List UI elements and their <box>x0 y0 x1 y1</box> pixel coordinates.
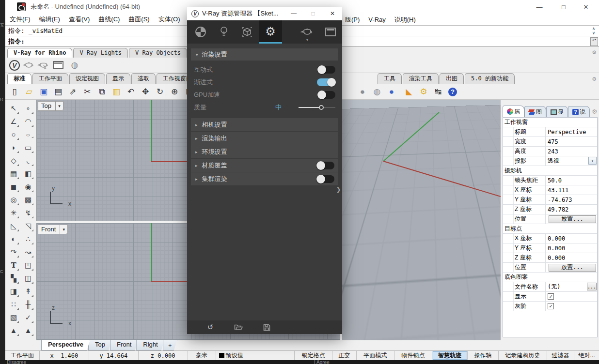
explode-tool[interactable]: ✳ <box>8 207 19 219</box>
status-record-history[interactable]: 记录建构历史 <box>499 351 547 360</box>
tab-vray-lights[interactable]: V-Ray Lights <box>73 48 128 58</box>
add-viewport-tab-button[interactable]: + <box>163 340 177 350</box>
command-scroll-up-icon[interactable]: ∧∨ <box>590 27 597 35</box>
curve-tool[interactable]: ◠ <box>22 116 34 127</box>
viewport-tab-front[interactable]: Front <box>110 340 138 350</box>
extrude-tool[interactable]: ↟ <box>22 286 34 297</box>
materials-nav-icon[interactable] <box>189 20 212 44</box>
status-units[interactable]: 毫米 <box>188 351 216 360</box>
tab-set-view[interactable]: 设定视图 <box>69 73 105 84</box>
status-filter[interactable]: 过滤器 <box>547 351 574 360</box>
arc-tool[interactable]: ◗ <box>8 142 19 153</box>
print-icon[interactable]: ▤ <box>52 86 64 98</box>
camera-settings-section[interactable]: ▸ 相机设置 <box>191 118 338 131</box>
text-tool[interactable]: T <box>8 259 19 271</box>
menu-file[interactable]: 文件(F) <box>5 15 35 24</box>
status-planar[interactable]: 平面模式 <box>357 351 394 360</box>
expand-panel-chevron-icon[interactable]: ❯ <box>336 186 341 193</box>
render-output-section[interactable]: ▸ 渲染输出 <box>191 132 338 145</box>
render-nav-icon[interactable]: ▾ <box>296 20 319 44</box>
point-tool[interactable]: ∘ <box>22 103 34 114</box>
place-camera-button[interactable]: 放置... <box>549 215 596 223</box>
tab-render-tools[interactable]: 渲染工具 <box>403 73 439 84</box>
status-cplane[interactable]: 工作平面 <box>5 351 40 360</box>
swarm-render-section[interactable]: ▸ 集群渲染 <box>191 172 338 185</box>
help-icon[interactable]: ? <box>446 86 459 98</box>
tab-cplane[interactable]: 工作平面 <box>32 73 68 84</box>
maximize-button[interactable]: □ <box>552 0 575 14</box>
property-value[interactable]: -74.673 <box>546 195 597 204</box>
revert-settings-icon[interactable]: ↺ <box>205 323 215 332</box>
zoom-icon[interactable]: ⊕ <box>168 86 181 98</box>
dialog-minimize-button[interactable]: — <box>284 7 303 20</box>
show-checkbox[interactable]: ✓ <box>548 293 554 300</box>
circle-tool[interactable]: ○ <box>8 129 19 140</box>
tab-vray-objects[interactable]: V-Ray Objects <box>129 48 187 58</box>
surface-tool[interactable]: ▦ <box>8 168 19 180</box>
polyline-tool[interactable]: ∠ <box>8 116 19 127</box>
vray-logo-icon[interactable]: V <box>8 59 21 72</box>
dialog-close-button[interactable]: ✕ <box>323 7 342 20</box>
box-tool[interactable]: ◼ <box>8 181 19 193</box>
dimension-tool[interactable]: ╫ <box>22 299 34 310</box>
viewport-menu-arrow-icon[interactable]: ▾ <box>60 225 67 234</box>
save-file-icon[interactable]: ▣ <box>37 86 50 98</box>
menu-help[interactable]: 说明(H) <box>390 15 420 24</box>
tab-vray-for-rhino[interactable]: V-Ray for Rhino <box>7 48 72 58</box>
grayscale-checkbox[interactable]: ✓ <box>548 303 554 309</box>
mesh-tool[interactable]: ▩ <box>22 194 34 206</box>
tab-drafting[interactable]: 出图 <box>440 73 464 84</box>
toolbar-gear-icon[interactable]: ⚙ <box>592 48 596 56</box>
save-settings-icon[interactable] <box>262 324 271 331</box>
settings-nav-icon[interactable]: ⚙ <box>259 20 282 44</box>
render-settings-header[interactable]: ▾ 渲染设置 <box>191 48 338 61</box>
surface-patch-tool[interactable]: ◧ <box>22 168 34 180</box>
panel-gear-icon[interactable]: ⚙ <box>592 108 598 115</box>
status-absolute[interactable]: 绝对... <box>574 351 599 360</box>
dialog-maximize-button[interactable]: □ <box>303 7 323 20</box>
status-layer[interactable]: 预设值 <box>216 351 295 360</box>
gpu-toggle[interactable] <box>317 91 335 99</box>
environment-section[interactable]: ▸ 环境设置 <box>191 145 338 158</box>
viewport-perspective[interactable] <box>342 100 501 340</box>
material-override-toggle[interactable] <box>316 162 334 169</box>
slider-knob[interactable] <box>319 105 324 110</box>
swarm-render-toggle[interactable] <box>316 175 334 183</box>
dimension-icon[interactable]: ↹ <box>432 86 444 98</box>
tab-select[interactable]: 选取 <box>131 73 156 84</box>
viewport-top-label[interactable]: Top▾ <box>38 101 63 111</box>
new-file-icon[interactable]: ▯ <box>8 86 21 98</box>
shaded-view-icon[interactable]: ● <box>356 86 369 98</box>
property-value[interactable]: 43.111 <box>546 185 597 195</box>
uvn-move-tool[interactable]: ◳ <box>22 259 34 271</box>
viewport-front-label[interactable]: Front▾ <box>38 225 68 234</box>
tab-layers[interactable]: 图 <box>524 106 546 117</box>
property-value[interactable]: 0.000 <box>546 253 597 262</box>
menu-panels[interactable]: 版(P) <box>341 15 364 24</box>
status-gumball[interactable]: 操作轴 <box>468 351 499 360</box>
contour-tool[interactable]: ▧ <box>8 312 19 323</box>
ghosted-view-icon[interactable]: ◍ <box>371 86 383 98</box>
viewport-tab-perspective[interactable]: Perspective <box>41 340 90 350</box>
interactive-toggle[interactable] <box>317 66 335 74</box>
export-doc-icon[interactable]: ⇗ <box>66 86 79 98</box>
menu-curve[interactable]: 曲线(C) <box>94 15 124 24</box>
progressive-toggle[interactable] <box>317 78 335 86</box>
ellipse-tool[interactable]: ○ <box>22 131 34 138</box>
select-tool[interactable]: ↖ <box>8 103 19 114</box>
property-value[interactable]: 50.0 <box>546 176 597 185</box>
tab-new-in-v5[interactable]: 5.0 的新功能 <box>465 73 515 84</box>
open-file-icon[interactable]: ▱ <box>23 86 35 98</box>
sphere-tool[interactable]: ◉ <box>22 181 34 193</box>
status-smarttrack[interactable]: 智慧轨迹 <box>432 351 468 360</box>
property-value[interactable]: 0.000 <box>546 234 597 243</box>
viewport-menu-arrow-icon[interactable]: ▾ <box>55 102 63 110</box>
menu-view[interactable]: 查看(V) <box>64 15 94 24</box>
tab-standard[interactable]: 标准 <box>7 73 32 84</box>
status-ortho[interactable]: 正交 <box>332 351 356 360</box>
tab-properties[interactable]: 属 <box>503 106 524 117</box>
geometry-nav-icon[interactable] <box>236 20 259 44</box>
close-button[interactable]: ✕ <box>575 0 597 14</box>
projection-dropdown[interactable]: ▾ <box>588 157 597 165</box>
boolean-diff-tool[interactable]: ∴ <box>22 233 34 245</box>
